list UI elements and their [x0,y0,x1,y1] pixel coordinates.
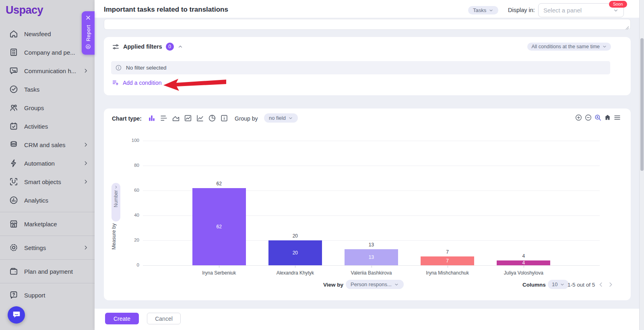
x-axis-tick [372,266,372,268]
view-by-label: View by [323,282,343,288]
bar-iryna-serbeniuk: 62 [192,188,246,265]
create-button[interactable]: Create [105,313,139,324]
bar-inner-value: 62 [216,224,221,230]
sidebar-item-groups[interactable]: Groups [0,98,95,117]
chart-card: Chart type: Group by no field 0204060801… [104,109,631,300]
x-axis-category-label: Iryna Serbeniuk [182,270,256,276]
sidebar-item-communication-h[interactable]: Communication h... [0,61,95,80]
activities-calendar-icon [9,121,19,131]
bar-value-label: 62 [192,181,246,187]
sidebar-item-settings[interactable]: Settings [0,238,95,257]
sidebar-item-label: Newsfeed [24,31,89,37]
screen: Uspacy NewsfeedCompany and pe...Communic… [0,0,644,330]
chart-plot: 0204060801006262Iryna Serbeniuk2020Alexa… [104,109,631,300]
sidebar-item-label: Smart objects [24,178,83,185]
smart-objects-icon [9,177,19,187]
x-axis-category-label: Iryna Mishchanchuk [410,270,485,276]
bar-valeriia-bashkirova: 13 [345,249,398,265]
page-scrollbar[interactable] [639,0,644,330]
pagination-prev-button[interactable] [597,281,605,288]
sidebar-item-marketplace[interactable]: Marketplace [0,215,95,233]
soon-badge: Soon [609,1,627,8]
sidebar-item-label: CRM and sales [24,141,83,148]
x-axis-category-label: Juliya Voloshylova [486,270,561,276]
chevron-down-icon [560,282,565,287]
columns-label: Columns [522,282,546,288]
y-axis-tick-label: 60 [120,188,139,193]
gridline [143,166,600,166]
filter-sliders-icon [112,43,120,51]
measure-value: Number [113,190,119,207]
entity-selector[interactable]: Tasks [468,6,498,14]
communication-chat-icon [9,66,19,76]
cancel-button[interactable]: Cancel [147,313,181,324]
x-axis-tick [295,266,295,268]
bar-alexandra-khytyk: 20 [268,240,322,265]
gridline [143,141,600,141]
add-condition-button[interactable]: Add a condition [112,79,162,86]
y-axis-tick-label: 80 [120,163,139,168]
panel-select-placeholder: Select a panel [543,7,613,14]
report-tab[interactable]: Report [82,11,95,55]
sidebar-item-label: Support [24,292,89,299]
annotation-arrow [163,78,227,92]
description-textarea[interactable] [104,19,631,30]
applied-filters-title: Applied filters [123,43,162,50]
close-icon[interactable] [85,15,91,22]
x-axis-tick [448,266,448,268]
sidebar-item-label: Analytics [24,197,89,204]
y-axis-tick-label: 40 [120,213,139,217]
sidebar-item-crm-and-sales[interactable]: CRM and sales [0,135,95,154]
x-axis-tick [524,266,524,268]
bar-inner-value: 13 [369,254,374,260]
sidebar-item-newsfeed[interactable]: Newsfeed [0,25,95,43]
chevron-right-icon [83,68,89,74]
sidebar-item-activities[interactable]: Activities [0,117,95,135]
newsfeed-home-icon [9,29,19,39]
scrollbar-thumb[interactable] [640,38,644,171]
view-by-select[interactable]: Person respons... [346,280,404,289]
columns-select[interactable]: 10 [548,280,569,289]
wallet-icon [9,266,19,276]
sidebar-item-smart-objects[interactable]: Smart objects [0,172,95,191]
report-analytics-icon [85,44,91,51]
chevron-right-icon [83,141,89,148]
sidebar-item-company-and-pe[interactable]: Company and pe... [0,43,95,61]
sidebar-item-tasks[interactable]: Tasks [0,80,95,98]
chevron-right-icon [114,185,118,189]
sidebar-item-label: Activities [24,123,89,130]
conditions-mode-select[interactable]: All conditions at the same time [527,43,611,51]
bar-inner-value: 4 [522,260,525,265]
x-axis-tick [219,266,219,268]
chevron-up-icon[interactable] [178,44,183,49]
crm-coins-icon [9,140,19,150]
sidebar-nav: NewsfeedCompany and pe...Communication h… [0,25,95,304]
automation-bolt-icon [9,158,19,168]
measure-by-label: Measure by [111,222,121,250]
settings-gear-icon [9,243,19,252]
sidebar-item-label: Plan and payment [24,268,89,275]
sidebar-item-analytics[interactable]: Analytics [0,191,95,209]
sidebar-item-automation[interactable]: Automation [0,154,95,172]
bar-value-label: 20 [268,233,322,239]
pagination-next-button[interactable] [607,281,614,288]
applied-filters-card: Applied filters 0 All conditions at the … [104,37,631,95]
chevron-right-icon [83,160,89,166]
sidebar-divider [0,283,95,283]
no-filter-text: No filter selected [126,65,167,71]
bar-value-label: 4 [497,253,550,259]
measure-value-pill[interactable]: Number [111,183,120,221]
chat-support-button[interactable] [8,306,25,324]
playlist-add-icon [112,79,119,86]
chevron-right-icon [83,244,89,251]
chat-bubble-icon [12,310,21,320]
sidebar-divider [0,212,95,212]
bar-inner-value: 7 [446,258,449,264]
sidebar-item-support[interactable]: Support [0,286,95,304]
uspacy-logo[interactable]: Uspacy [6,4,43,16]
analytics-circle-icon [9,195,19,205]
support-question-icon [9,290,19,300]
resize-grip-icon[interactable] [625,24,629,29]
sidebar-item-label: Automation [24,160,83,167]
sidebar-item-plan-and-payment[interactable]: Plan and payment [0,262,95,281]
